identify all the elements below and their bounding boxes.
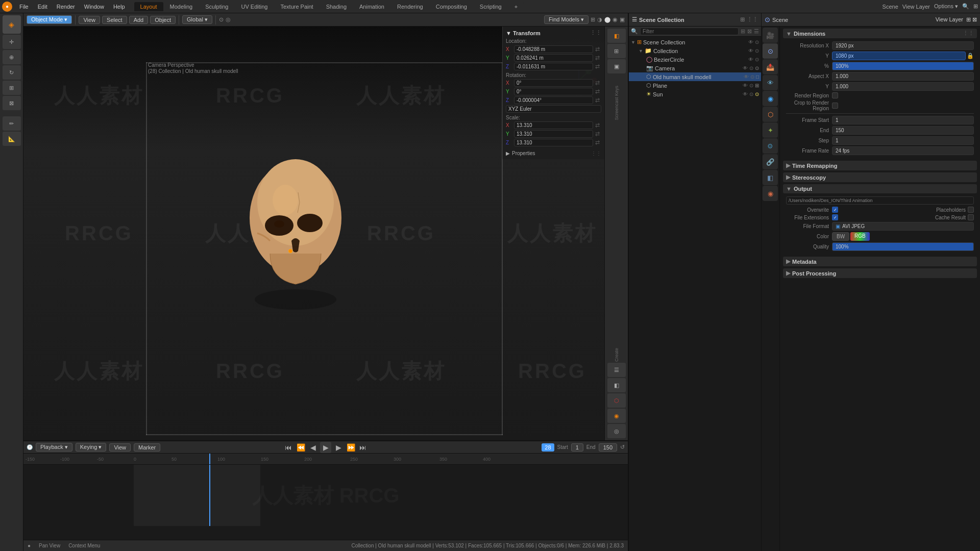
crop-render-checkbox[interactable] xyxy=(832,103,838,109)
time-remapping-header[interactable]: ▶ Time Remapping xyxy=(783,161,977,170)
workspace-layout[interactable]: Layout xyxy=(134,2,163,11)
loc-z-icon[interactable]: ⇄ xyxy=(593,63,601,70)
col-eye-icon[interactable]: 👁 xyxy=(748,48,753,54)
end-frame-val[interactable]: 150 xyxy=(599,443,617,452)
dimensions-options-icon[interactable]: ⋮⋮ xyxy=(963,30,974,37)
view-btn[interactable]: View xyxy=(79,16,100,24)
keying-btn[interactable]: Keying ▾ xyxy=(76,443,107,452)
pp-tab-world[interactable]: ◉ xyxy=(763,91,778,106)
global-btn[interactable]: Global ▾ xyxy=(182,15,212,24)
fileext-checkbox[interactable]: ✓ xyxy=(832,214,838,220)
plane-eye-icon[interactable]: 👁 xyxy=(743,83,748,88)
skull-hide-icon[interactable]: ⊙ xyxy=(750,74,754,80)
output-header[interactable]: ▼ Output xyxy=(783,184,977,193)
outliner-skull[interactable]: ⬡ Old human skull modell 👁 ⊙ □ xyxy=(629,72,761,81)
pp-tab-material[interactable]: ◉ xyxy=(763,186,778,201)
lock-icon[interactable]: 🔒 xyxy=(967,53,974,59)
sidebar-icon-scale[interactable]: ⊞ xyxy=(3,81,21,95)
overlay-icon[interactable]: ⊞ xyxy=(591,16,595,23)
sidebar-select-mode[interactable]: ◈ xyxy=(3,15,21,34)
aspect-y-val[interactable]: 1.000 xyxy=(832,82,974,91)
skull-eye-icon[interactable]: 👁 xyxy=(744,74,749,80)
frame-start-val[interactable]: 1 xyxy=(832,116,974,124)
menu-render[interactable]: Render xyxy=(53,3,79,11)
scene-hide-icon[interactable]: ⊙ xyxy=(755,39,759,45)
sun-eye-icon[interactable]: 👁 xyxy=(743,91,748,97)
scene-eye-icon[interactable]: 👁 xyxy=(748,39,753,45)
object-mode-btn[interactable]: Object Mode ▾ xyxy=(27,15,72,24)
sidebar-icon-measure[interactable]: 📐 xyxy=(3,132,21,146)
pp-tab-render[interactable]: 🎥 xyxy=(763,28,778,43)
next-keyframe-btn[interactable]: ▶ xyxy=(333,442,344,453)
jump-end-btn[interactable]: ⏭ xyxy=(358,442,368,453)
material-icon[interactable]: ◉ xyxy=(612,16,618,23)
color-bw-btn[interactable]: BW xyxy=(832,232,849,241)
find-models-btn[interactable]: Find Models ▾ xyxy=(544,15,589,24)
pp-tab-constraints[interactable]: 🔗 xyxy=(763,154,778,169)
resolution-x-val[interactable]: 1920 px xyxy=(832,41,974,50)
scale-x-icon[interactable]: ⇄ xyxy=(593,122,601,129)
outliner-collection[interactable]: ▼ 📁 Collection 👁 ⊙ xyxy=(629,46,761,55)
workspace-add[interactable]: + xyxy=(508,2,524,11)
color-rgb-btn[interactable]: RGB xyxy=(850,232,870,241)
view-btn-tl[interactable]: View xyxy=(109,443,131,452)
menu-help[interactable]: Help xyxy=(109,3,129,11)
cam-extra-icon[interactable]: ⊙ xyxy=(755,65,759,71)
skull-extra-icon[interactable]: □ xyxy=(756,74,759,80)
cam-eye-icon[interactable]: 👁 xyxy=(743,65,748,71)
frame-rate-val[interactable]: 24 fps xyxy=(832,146,974,155)
outliner-scene-collection[interactable]: ▼ ⊞ Scene Collection 👁 ⊙ xyxy=(629,38,761,46)
pp-tab-object[interactable]: ⬡ xyxy=(763,107,778,122)
sidebar-icon-move[interactable]: ⊕ xyxy=(3,50,21,64)
viewport[interactable]: 人人素材RRCG人人素材RRCG RRCG人人素材RRCG人人素材 人人素材RR… xyxy=(23,27,628,440)
outliner-camera[interactable]: 📷 Camera 👁 ⊙ ⊙ xyxy=(629,64,761,72)
vp-icon-blenderkit2[interactable]: ◧ xyxy=(607,378,626,392)
scale-y-icon[interactable]: ⇄ xyxy=(593,131,601,137)
outliner-options-icon[interactable]: ⋮⋮ xyxy=(747,16,758,23)
cache-result-checkbox[interactable] xyxy=(968,214,974,220)
outliner-bezier[interactable]: ◯ BezierCircle 👁 ⊙ xyxy=(629,55,761,64)
vp-icon-blenderkit1[interactable]: ☰ xyxy=(607,363,626,377)
pp-tab-scene[interactable]: ⊙ xyxy=(763,43,778,59)
pp-tab-data[interactable]: ◧ xyxy=(763,170,778,185)
select-btn[interactable]: Select xyxy=(102,16,127,24)
workspace-scripting[interactable]: Scripting xyxy=(474,2,508,11)
create-tab[interactable]: Create xyxy=(614,348,619,362)
filter-icon3[interactable]: ☰ xyxy=(754,28,759,35)
vp-icon-blenderkit3[interactable]: ⬡ xyxy=(607,393,626,408)
post-processing-header[interactable]: ▶ Post Processing xyxy=(783,268,977,278)
track-area[interactable]: 人人素材 RRCG xyxy=(23,465,628,526)
fileformat-val[interactable]: ▣ AVI JPEG xyxy=(832,222,974,231)
workspace-shading[interactable]: Shading xyxy=(320,2,353,11)
scale-y-value[interactable]: 13.310 xyxy=(514,130,593,138)
aspect-x-val[interactable]: 1.000 xyxy=(832,72,974,81)
bezier-eye-icon[interactable]: 👁 xyxy=(748,57,753,62)
workspace-sculpting[interactable]: Sculpting xyxy=(199,2,234,11)
jump-start-btn[interactable]: ⏮ xyxy=(283,442,293,453)
frame-step-val[interactable]: 1 xyxy=(832,136,974,145)
overwrite-checkbox[interactable]: ✓ xyxy=(832,207,838,213)
euler-mode-dropdown[interactable]: XYZ Euler xyxy=(506,105,601,113)
play-btn[interactable]: ▶ xyxy=(320,442,331,453)
loc-x-icon[interactable]: ⇄ xyxy=(593,46,601,53)
scale-x-value[interactable]: 13.310 xyxy=(514,121,593,129)
options-btn[interactable]: Options ▾ xyxy=(934,3,958,10)
cam-hide-icon[interactable]: ⊙ xyxy=(749,65,753,71)
prop-icons[interactable]: ⊞ ⊠ xyxy=(966,16,977,23)
quality-val[interactable]: 100% xyxy=(832,242,974,251)
output-path[interactable]: /Users/nodiken/Des_ION/Third Animation xyxy=(786,196,974,205)
next-frame-btn[interactable]: ⏩ xyxy=(346,442,356,453)
outliner-search-input[interactable] xyxy=(640,28,739,35)
col-hide-icon[interactable]: ⊙ xyxy=(755,48,759,54)
rot-y-value[interactable]: 0° xyxy=(514,88,593,95)
menu-window[interactable]: Window xyxy=(80,3,108,11)
filter-icon2[interactable]: ⊠ xyxy=(747,28,752,35)
plane-extra-icon[interactable]: ⊞ xyxy=(755,83,759,88)
sidebar-icon-annotate[interactable]: ✏ xyxy=(3,116,21,131)
loc-y-value[interactable]: 0.026241 m xyxy=(514,54,593,62)
sidebar-icon-transform[interactable]: ⊠ xyxy=(3,96,21,110)
prev-frame-btn[interactable]: ⏪ xyxy=(296,442,306,453)
outliner-filter-icon[interactable]: ⊞ xyxy=(740,16,745,23)
placeholders-checkbox[interactable] xyxy=(968,207,974,213)
rot-z-value[interactable]: -0.000004° xyxy=(514,96,593,104)
